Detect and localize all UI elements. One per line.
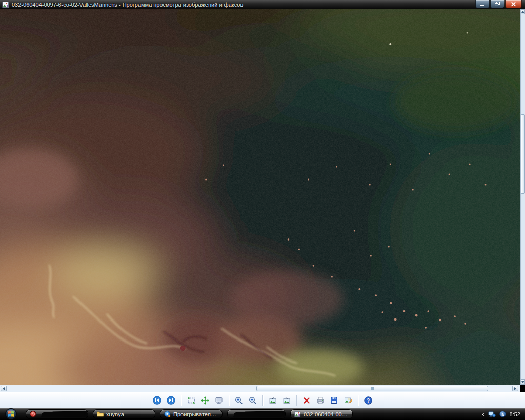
thumb-grip-icon [372,387,373,390]
help-button[interactable]: ? [362,394,374,407]
viewer-toolbar: ? [0,392,525,408]
edit-button[interactable] [342,394,354,407]
toolbar-separator [296,395,297,406]
print-button[interactable] [314,394,327,407]
delete-button[interactable] [300,394,313,407]
edit-image-icon [344,396,352,405]
arrow-down-icon [521,381,524,383]
censor-scribble [234,411,283,417]
taskbar-item-media-player[interactable]: Проигрыватель Wind... [160,409,223,419]
windows-logo-icon [5,408,17,420]
media-player-icon [164,411,171,417]
previous-image-icon [153,396,161,405]
system-tray: ‹ a 8:52 [482,411,525,417]
scroll-left-button[interactable] [1,386,7,391]
tray-expand-chevron-icon[interactable]: ‹ [482,411,484,417]
slideshow-icon [215,396,223,405]
task-label: xuynya [106,411,124,417]
screen: 032-060404-0097-6-co-02-VallesMarineris … [0,0,525,420]
mars-valles-marineris-image [0,9,520,385]
best-fit-icon [187,396,195,405]
zoom-in-button[interactable] [233,394,245,407]
folder-icon [97,411,104,417]
window-controls [475,0,522,8]
task-label: 032-060404-0097-6-c... [304,411,349,417]
scroll-up-button[interactable] [521,9,525,14]
best-fit-button[interactable] [185,394,197,407]
horizontal-scrollbar-thumb[interactable] [256,386,488,391]
svg-text:a: a [501,412,504,417]
restore-icon [495,2,500,6]
censor-scribble [42,411,85,417]
arrow-up-icon [521,11,524,13]
rotate-clockwise-button[interactable] [280,394,293,407]
zoom-out-button[interactable] [247,394,259,407]
picture-viewer-icon [294,411,301,417]
arrow-left-icon [3,387,5,390]
taskbar-item-redacted-1[interactable] [26,409,88,419]
minimize-button[interactable] [475,0,490,8]
thumb-grip-icon [522,152,524,152]
toolbar-separator [358,395,358,406]
taskbar: xuynya Проигрыватель Wind... [0,408,525,420]
next-image-icon [167,396,175,405]
zoom-out-icon [249,396,257,405]
previous-image-button[interactable] [151,394,164,407]
titlebar: 032-060404-0097-6-co-02-VallesMarineris … [0,0,525,9]
toolbar-separator [229,395,229,406]
save-icon [330,396,338,404]
taskbar-item-redacted-2[interactable] [227,409,286,419]
network-icon[interactable] [488,411,496,417]
vertical-scrollbar[interactable] [520,9,525,385]
arrow-right-icon [514,387,516,390]
task-label: Проигрыватель Wind... [173,411,218,417]
window-title: 032-060404-0097-6-co-02-VallesMarineris … [12,0,243,9]
actual-size-icon [201,396,209,405]
horizontal-scrollbar[interactable] [0,385,520,392]
language-a-icon[interactable]: a [499,411,506,417]
close-button[interactable] [505,0,522,8]
taskbar-clock[interactable]: 8:52 [510,411,520,417]
rotate-counterclockwise-icon [269,396,277,405]
scroll-right-button[interactable] [512,386,518,391]
slideshow-button[interactable] [213,394,225,407]
image-viewport [0,9,520,385]
rotate-counterclockwise-button[interactable] [267,394,279,407]
red-app-icon [30,411,36,417]
restore-button[interactable] [490,0,504,8]
taskbar-item-picture-viewer[interactable]: 032-060404-0097-6-c... [290,409,353,419]
zoom-in-icon [235,396,243,405]
start-button[interactable] [5,408,17,420]
scroll-down-button[interactable] [521,379,525,385]
svg-text:?: ? [366,397,369,403]
copy-to-button[interactable] [328,394,340,407]
toolbar-separator [181,395,181,406]
close-icon [511,1,516,7]
print-icon [316,396,325,405]
delete-icon [303,397,310,404]
actual-size-button[interactable] [199,394,211,407]
minimize-icon [480,5,484,6]
next-image-button[interactable] [165,394,177,407]
picture-viewer-app-icon [2,1,9,8]
taskbar-item-folder-xuynya[interactable]: xuynya [93,409,155,419]
rotate-clockwise-icon [282,396,291,405]
toolbar-separator [262,395,263,406]
help-icon: ? [364,396,372,405]
vertical-scrollbar-thumb[interactable] [521,114,525,194]
